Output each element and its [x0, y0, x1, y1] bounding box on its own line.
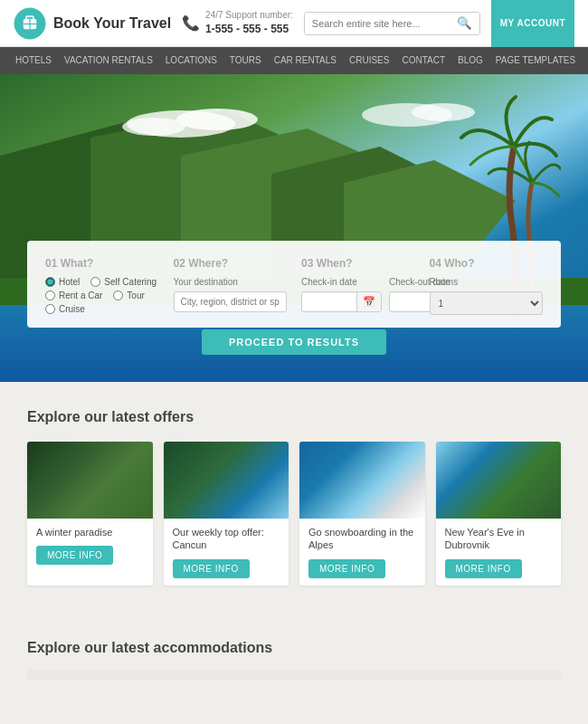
- offer-title-2: Go snowboarding in the Alpes: [308, 526, 416, 552]
- more-info-button-1[interactable]: MORE INFO: [173, 559, 250, 578]
- option-hotel[interactable]: Hotel: [45, 277, 80, 287]
- step3-title: 03 When?: [301, 257, 415, 270]
- navigation: HOTELS VACATION RENTALS LOCATIONS TOURS …: [0, 47, 588, 74]
- step3-number: 03: [301, 257, 317, 270]
- search-step-when: 03 When? Check-in date 📅 Check-out date …: [301, 257, 415, 315]
- nav-item-cruises[interactable]: CRUISES: [343, 47, 395, 74]
- checkin-field: Check-in date 📅: [301, 277, 382, 312]
- offer-title-0: A winter paradise: [36, 526, 144, 538]
- rooms-select[interactable]: 1 2 3 4: [430, 291, 544, 315]
- more-info-button-3[interactable]: MORE INFO: [445, 559, 522, 578]
- logo-icon: [14, 7, 46, 40]
- offer-image-3: [436, 442, 562, 519]
- main-content: Explore our latest offers A winter parad…: [0, 382, 588, 640]
- rooms-label: Rooms: [430, 277, 544, 287]
- accommodations-title: Explore our latest accommodations: [27, 640, 561, 661]
- support-label: 24/7 Support number:: [205, 9, 293, 22]
- accommodations-section: Explore our latest accommodations: [0, 640, 588, 699]
- nav-item-car-rentals[interactable]: CAR RENTALS: [268, 47, 343, 74]
- my-account-button[interactable]: MY ACCOUNT: [491, 0, 574, 47]
- offers-section-title: Explore our latest offers: [27, 409, 561, 425]
- offer-image-0: [27, 442, 153, 519]
- nav-item-tours[interactable]: TOURS: [223, 47, 268, 74]
- checkin-input[interactable]: [302, 293, 356, 310]
- offer-card-3: New Year's Eve in Dubrovnik MORE INFO: [436, 442, 562, 586]
- step2-title: 02 Where?: [174, 257, 288, 270]
- step2-number: 02: [174, 257, 189, 270]
- support-number: 1-555 - 555 - 555: [205, 22, 293, 37]
- checkin-calendar-icon[interactable]: 📅: [356, 292, 381, 311]
- search-step-who: 04 Who? Rooms 1 2 3 4: [430, 257, 544, 315]
- search-step-where: 02 Where? Your destination: [174, 257, 288, 315]
- offer-image-2: [299, 442, 425, 519]
- svg-point-12: [122, 118, 185, 136]
- logo-area: Book Your Travel: [14, 7, 171, 40]
- step2-label: Where?: [188, 257, 228, 270]
- support-area: 📞 24/7 Support number: 1-555 - 555 - 555: [182, 9, 293, 37]
- offers-grid: A winter paradise MORE INFO Our weekly t…: [27, 442, 561, 586]
- phone-icon: 📞: [182, 14, 200, 32]
- step1-label: What?: [61, 257, 94, 270]
- step1-number: 01: [45, 257, 61, 270]
- checkin-label: Check-in date: [301, 277, 382, 287]
- more-info-button-2[interactable]: MORE INFO: [308, 559, 385, 578]
- destination-label: Your destination: [174, 277, 288, 287]
- offer-info-1: Our weekly top offer: Cancun MORE INFO: [164, 519, 289, 586]
- more-info-button-0[interactable]: MORE INFO: [36, 546, 113, 565]
- offer-image-1: [164, 442, 289, 519]
- destination-input[interactable]: [174, 291, 288, 312]
- date-row: Check-in date 📅 Check-out date 📅: [301, 277, 415, 312]
- header: Book Your Travel 📞 24/7 Support number: …: [0, 0, 588, 47]
- step4-number: 04: [430, 257, 445, 270]
- offer-title-3: New Year's Eve in Dubrovnik: [445, 526, 553, 552]
- support-text: 24/7 Support number: 1-555 - 555 - 555: [205, 9, 293, 37]
- offer-card-0: A winter paradise MORE INFO: [27, 442, 153, 586]
- option-rent-a-car[interactable]: Rent a Car: [45, 291, 102, 300]
- nav-item-vacation-rentals[interactable]: VACATION RENTALS: [58, 47, 159, 74]
- what-options: Hotel Self Catering Rent a Car Tour Crui…: [45, 277, 159, 314]
- step4-title: 04 Who?: [430, 257, 544, 270]
- step3-label: When?: [317, 257, 353, 270]
- step1-title: 01 What?: [45, 257, 159, 270]
- search-step-what: 01 What? Hotel Self Catering Rent a Car …: [45, 257, 159, 315]
- search-widget: 01 What? Hotel Self Catering Rent a Car …: [27, 241, 561, 328]
- svg-point-11: [176, 109, 258, 130]
- offer-card-2: Go snowboarding in the Alpes MORE INFO: [299, 442, 425, 586]
- nav-item-locations[interactable]: LOCATIONS: [159, 47, 223, 74]
- offer-info-3: New Year's Eve in Dubrovnik MORE INFO: [436, 519, 562, 586]
- nav-item-hotels[interactable]: HOTELS: [9, 47, 58, 74]
- checkin-wrap: 📅: [301, 291, 382, 312]
- search-box[interactable]: 🔍: [304, 12, 480, 35]
- search-input[interactable]: [305, 13, 450, 34]
- offer-card-1: Our weekly top offer: Cancun MORE INFO: [164, 442, 289, 586]
- nav-item-contact[interactable]: CONTACT: [395, 47, 451, 74]
- search-button[interactable]: 🔍: [450, 13, 479, 34]
- proceed-button[interactable]: PROCEED TO RESULTS: [202, 329, 386, 355]
- offer-info-0: A winter paradise MORE INFO: [27, 519, 153, 572]
- offer-title-1: Our weekly top offer: Cancun: [173, 526, 280, 552]
- search-footer: PROCEED TO RESULTS: [0, 329, 588, 355]
- option-cruise[interactable]: Cruise: [45, 304, 85, 314]
- nav-item-blog[interactable]: BLOG: [451, 47, 489, 74]
- nav-item-about-us[interactable]: ABOUT US: [582, 47, 588, 74]
- logo-text: Book Your Travel: [53, 15, 171, 32]
- accommodations-placeholder: [27, 670, 561, 681]
- offer-info-2: Go snowboarding in the Alpes MORE INFO: [299, 519, 425, 586]
- option-tour[interactable]: Tour: [113, 291, 144, 300]
- hero-section: 01 What? Hotel Self Catering Rent a Car …: [0, 74, 588, 382]
- step4-label: Who?: [444, 257, 474, 270]
- nav-item-page-templates[interactable]: PAGE TEMPLATES: [489, 47, 582, 74]
- option-self-catering[interactable]: Self Catering: [90, 277, 156, 287]
